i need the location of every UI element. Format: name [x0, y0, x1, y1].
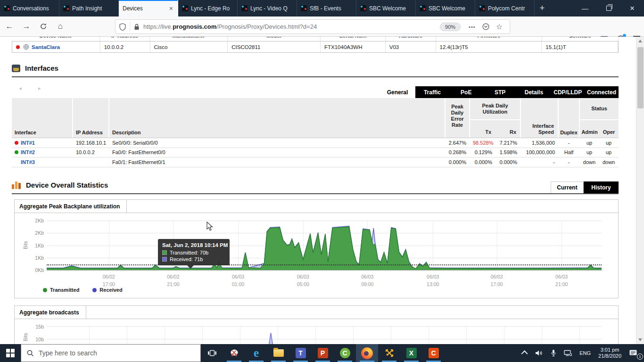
- back-button[interactable]: ←: [2, 19, 17, 34]
- tab-label: Lync - Video Q: [250, 5, 293, 12]
- device-table-header-clipped: Device NameIP AddressManufacturerModelSe…: [12, 37, 619, 41]
- tracking-shield-icon[interactable]: [119, 23, 126, 31]
- browser-tab-lync-video-q[interactable]: Lync - Video Q: [238, 0, 297, 16]
- restore-button[interactable]: [597, 0, 620, 16]
- cell-description: Se0/0/0: Serial0/0/0: [109, 140, 446, 146]
- teams-button[interactable]: T: [289, 344, 312, 362]
- browser-tab-conversations[interactable]: Conversations: [0, 0, 59, 16]
- volume-button[interactable]: [531, 344, 547, 362]
- browser-tab-sbc-welcome[interactable]: SBC Welcome: [356, 0, 416, 16]
- cell-rx: 0.000%: [496, 159, 521, 165]
- tab-cdp-lldp[interactable]: CDP/LLDP: [551, 86, 585, 98]
- tab-label: SBC Welcome: [369, 5, 412, 12]
- browser-tab-sbc-welcome[interactable]: SBC Welcome: [416, 0, 475, 16]
- interfaces-pager[interactable]: ◄ ►: [18, 86, 49, 91]
- tray-time: 3:01 pm: [598, 347, 621, 353]
- browser-tab-sfb-events[interactable]: SfB - Events: [297, 0, 356, 16]
- action-center-button[interactable]: 1: [625, 344, 644, 362]
- cell-speed: 100,000,000: [521, 149, 559, 155]
- tab-traffic[interactable]: Traffic: [415, 86, 449, 98]
- url-bar[interactable]: https://live.prognosis.com/Prognosis/Pro…: [115, 19, 510, 34]
- tab-current[interactable]: Current: [551, 181, 584, 193]
- backplane-chart-series: [47, 221, 602, 270]
- legend-label: Transmitted: [50, 287, 79, 293]
- task-view-button[interactable]: [201, 344, 223, 362]
- browser-tab-path-insight[interactable]: Path Insight: [59, 0, 119, 16]
- taskbar-search[interactable]: Type here to search: [21, 344, 201, 362]
- tab-stp[interactable]: STP: [483, 86, 517, 98]
- reload-button[interactable]: [36, 19, 51, 34]
- broadcasts-chart: 15b10bBits: [15, 306, 618, 344]
- stats-tab-bar: Current History: [551, 181, 619, 193]
- tab-label: SfB - Events: [310, 5, 352, 12]
- scrollbar-thumb[interactable]: [637, 47, 644, 108]
- threshold-line: [47, 264, 602, 265]
- camtasia-button[interactable]: C: [334, 344, 356, 362]
- home-button[interactable]: ⌂: [53, 19, 68, 34]
- forward-button[interactable]: →: [19, 19, 34, 34]
- interfaces-section-header: Interfaces: [12, 64, 58, 72]
- col-rx: Rx: [495, 120, 520, 137]
- pocket-icon[interactable]: [482, 23, 489, 30]
- notification-icon: [629, 349, 637, 357]
- network-button[interactable]: [560, 344, 576, 362]
- tray-date: 21/8/2020: [598, 353, 621, 359]
- chevron-up-icon: [521, 350, 528, 357]
- scroll-down-arrow[interactable]: [638, 338, 642, 341]
- device-col-header: Firmware: [436, 37, 542, 41]
- clock[interactable]: 3:01 pm21/8/2020: [594, 344, 625, 362]
- excel-button[interactable]: X: [400, 344, 422, 362]
- powerpoint-button[interactable]: P: [312, 344, 334, 362]
- tray-expand-button[interactable]: [519, 344, 531, 362]
- microphone-button[interactable]: [547, 344, 560, 362]
- cell-tx: 0.129%: [470, 149, 496, 155]
- y-tick-label: 1Kb: [28, 255, 44, 261]
- zoom-level-badge[interactable]: 90%: [440, 23, 461, 31]
- minimize-button[interactable]: —: [573, 0, 597, 16]
- cell-duplex: -: [559, 159, 580, 165]
- browser-tab-polycom-centr[interactable]: Polycom Centr: [475, 0, 535, 16]
- bookmark-star-icon[interactable]: ☆: [496, 22, 503, 31]
- browser-tab-lync-edge-ro[interactable]: Lync - Edge Ro: [178, 0, 238, 16]
- cell-oper: down: [600, 159, 619, 165]
- chart-tooltip: Sat, Jun 2, 2018 10:14 PM Transmitted: 7…: [158, 239, 230, 265]
- network-tool-button[interactable]: [378, 344, 400, 362]
- device-name-link[interactable]: SantaClara: [32, 44, 60, 50]
- col-status-group: Status: [580, 98, 619, 120]
- tab-general[interactable]: General: [380, 86, 415, 98]
- legend-item-received[interactable]: Received: [92, 287, 122, 293]
- tab-details[interactable]: Details: [517, 86, 551, 98]
- col-description: Description: [112, 130, 141, 135]
- edge-button[interactable]: e: [245, 344, 267, 362]
- legend-item-transmitted[interactable]: Transmitted: [43, 287, 79, 293]
- tab-close-icon[interactable]: ×: [168, 5, 174, 12]
- close-button[interactable]: ×: [620, 0, 644, 16]
- chart-legend: TransmittedReceived: [43, 287, 123, 293]
- page-actions-icon[interactable]: •••: [469, 24, 476, 30]
- tab-poe[interactable]: PoE: [449, 86, 483, 98]
- x-tick-label: 06/0313:00: [419, 273, 447, 288]
- start-button[interactable]: [0, 344, 21, 362]
- snipping-tool-button[interactable]: [223, 344, 245, 362]
- interface-link[interactable]: INT#3: [21, 159, 35, 165]
- lock-icon[interactable]: [134, 24, 140, 30]
- file-explorer-button[interactable]: [267, 344, 289, 362]
- cell-duplex: -: [559, 140, 580, 146]
- cell-tx: 98.528%: [470, 140, 496, 146]
- scroll-up-arrow[interactable]: [638, 40, 642, 42]
- cell-error: 2.647%: [446, 140, 470, 146]
- firefox-button[interactable]: [356, 344, 378, 362]
- new-tab-button[interactable]: +: [535, 0, 550, 16]
- interface-link[interactable]: INT#1: [21, 140, 35, 146]
- y-tick-label: 2Kb: [28, 218, 44, 223]
- page-scrollbar[interactable]: [636, 37, 644, 344]
- camtasia-recorder-button[interactable]: C: [422, 344, 445, 362]
- browser-tab-devices[interactable]: Devices×: [119, 0, 178, 16]
- y-tick-label: 2Kb: [28, 230, 44, 236]
- language-indicator[interactable]: ENG: [576, 344, 594, 362]
- tab-connected[interactable]: Connected: [585, 86, 619, 98]
- interface-link[interactable]: INT#2: [21, 149, 35, 155]
- tab-history[interactable]: History: [584, 181, 619, 193]
- cell-rx: 1.598%: [496, 149, 521, 155]
- device-ip-cell: 10.0.0.2: [100, 41, 150, 52]
